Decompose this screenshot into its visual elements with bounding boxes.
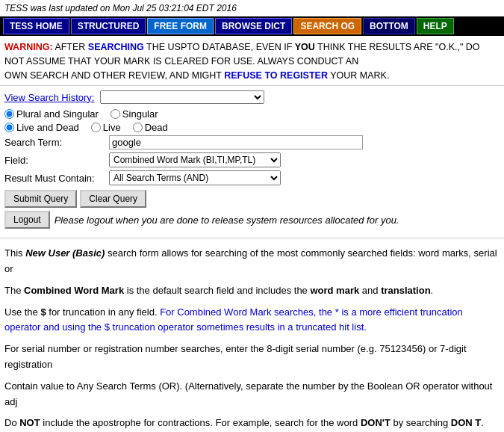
- dead-label[interactable]: Dead: [133, 122, 168, 133]
- warning-label: WARNING:: [4, 42, 53, 52]
- warning-text1: AFTER: [55, 42, 87, 52]
- nav-search-og[interactable]: SEARCH OG: [293, 18, 361, 34]
- info-para2: The Combined Word Mark is the default se…: [4, 283, 500, 299]
- view-search-history-row: View Search History:: [4, 90, 500, 104]
- nav-bottom[interactable]: BOTTOM: [363, 18, 415, 34]
- search-term-row: Search Term:: [4, 135, 500, 149]
- divider: [0, 238, 504, 238]
- button-row: Submit Query Clear Query: [4, 190, 500, 208]
- singular-text: Singular: [122, 108, 158, 120]
- live-dead-radio[interactable]: [4, 123, 14, 132]
- info-p2-bold2: word mark: [310, 285, 359, 296]
- info-p3-prefix: Use the: [4, 306, 40, 318]
- result-must-contain-row: Result Must Contain: All Search Terms (A…: [4, 170, 500, 185]
- dead-radio[interactable]: [133, 123, 143, 132]
- clear-query-button[interactable]: Clear Query: [80, 190, 146, 208]
- logout-row: Logout Please logout when you are done t…: [4, 211, 500, 229]
- warning-bar: WARNING: AFTER SEARCHING THE USPTO DATAB…: [0, 36, 504, 86]
- nav-structured[interactable]: STRUCTURED: [71, 18, 146, 34]
- info-p1-prefix: This: [4, 247, 25, 259]
- info-section: This New User (Basic) search form allows…: [0, 244, 504, 432]
- info-p6-do: Do: [4, 417, 19, 428]
- search-form-area: View Search History: Plural and Singular…: [0, 86, 504, 232]
- info-p6-dont2: DON T: [451, 417, 481, 428]
- navigation-bar: TESS HOME STRUCTURED FREE FORM BROWSE DI…: [0, 16, 504, 36]
- result-must-contain-select[interactable]: All Search Terms (AND) Any Search Terms …: [109, 170, 281, 185]
- warning-text4: YOUR MARK.: [330, 70, 389, 81]
- dead-text: Dead: [145, 122, 168, 133]
- info-p1-italic-bold: New User (Basic): [25, 247, 105, 259]
- info-p3-rest: for truncation in any field.: [46, 306, 160, 318]
- plural-singular-text: Plural and Singular: [16, 108, 99, 120]
- info-para3: Use the $ for truncation in any field. F…: [4, 305, 500, 336]
- nav-free-form[interactable]: FREE FORM: [147, 18, 214, 34]
- info-p2-bold3: translation: [381, 285, 430, 296]
- plural-singular-label[interactable]: Plural and Singular: [4, 108, 99, 120]
- info-p6-rest: include the apostrophe for contractions.…: [40, 417, 361, 428]
- info-para4: For serial number or registration number…: [4, 342, 500, 373]
- plural-singular-radio[interactable]: [4, 109, 14, 119]
- info-para6: Do NOT include the apostrophe for contra…: [4, 416, 500, 432]
- info-p6-by: by searching: [391, 417, 451, 428]
- info-p6-dont1: DON'T: [361, 417, 391, 428]
- singular-label[interactable]: Singular: [111, 108, 158, 120]
- warning-text2: THE USPTO DATABASE, EVEN IF: [146, 42, 295, 52]
- info-p2-rest3: .: [431, 285, 434, 296]
- live-text: Live: [103, 122, 121, 133]
- search-history-select[interactable]: [100, 90, 264, 104]
- submit-query-button[interactable]: Submit Query: [4, 190, 77, 208]
- you-text: YOU: [295, 42, 315, 52]
- info-p2-rest: is the default search field and includes…: [124, 285, 310, 296]
- field-row: Field: Combined Word Mark (BI,TI,MP,TL) …: [4, 152, 500, 167]
- info-p2-rest2: and: [359, 285, 381, 296]
- search-term-input[interactable]: [109, 135, 363, 149]
- live-dead-label[interactable]: Live and Dead: [4, 122, 79, 133]
- info-p2-prefix: The: [4, 285, 24, 296]
- logout-button[interactable]: Logout: [4, 211, 50, 229]
- live-label[interactable]: Live: [91, 122, 121, 133]
- nav-tess-home[interactable]: TESS HOME: [3, 18, 69, 34]
- field-label: Field:: [4, 155, 109, 166]
- nav-browse-dict[interactable]: BROWSE DICT: [215, 18, 292, 34]
- live-radio[interactable]: [91, 123, 101, 132]
- refuse-text: REFUSE TO REGISTER: [224, 70, 328, 81]
- live-dead-text: Live and Dead: [16, 122, 79, 133]
- result-must-contain-label: Result Must Contain:: [4, 173, 109, 184]
- logout-message: Please logout when you are done to relea…: [55, 215, 399, 226]
- info-p4-text: For serial number or registration number…: [4, 343, 467, 370]
- info-p5-prefix: Contain value to Any Search Terms (OR). …: [4, 380, 492, 407]
- singular-radio[interactable]: [111, 109, 120, 119]
- last-updated: TESS was last updated on Mon Jul 25 03:2…: [0, 0, 504, 16]
- info-para1: This New User (Basic) search form allows…: [4, 246, 500, 277]
- warning-text3b: OWN SEARCH AND OTHER REVIEW, AND MIGHT: [4, 70, 224, 81]
- info-p3-dollar: $: [40, 306, 46, 318]
- field-select[interactable]: Combined Word Mark (BI,TI,MP,TL) Word Ma…: [109, 152, 281, 167]
- search-term-label: Search Term:: [4, 137, 109, 148]
- view-search-history-link[interactable]: View Search History:: [4, 92, 94, 103]
- plural-singular-row: Plural and Singular Singular: [4, 108, 500, 120]
- nav-help[interactable]: HELP: [417, 18, 454, 34]
- searching-text: SEARCHING: [88, 42, 144, 52]
- live-dead-row: Live and Dead Live Dead: [4, 122, 500, 133]
- info-para5: Contain value to Any Search Terms (OR). …: [4, 379, 500, 410]
- info-p6-not: NOT: [19, 417, 40, 428]
- info-p2-bold1: Combined Word Mark: [24, 285, 124, 296]
